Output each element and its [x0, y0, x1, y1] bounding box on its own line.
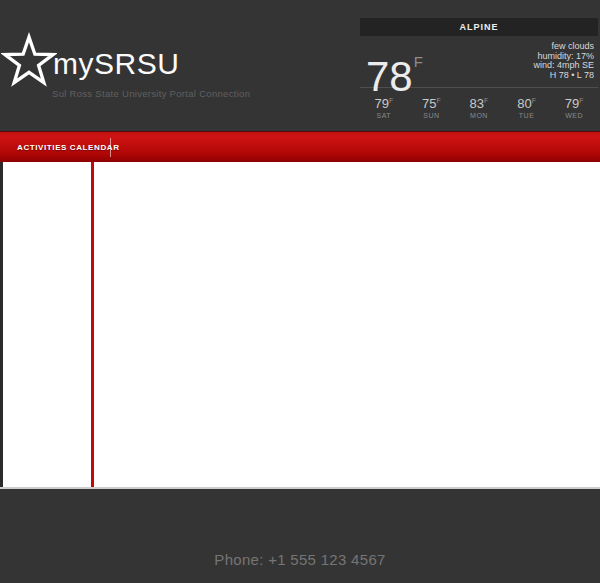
forecast-day-label: SUN — [408, 112, 456, 119]
current-temperature: 78F — [366, 41, 423, 83]
forecast-day: 75F SUN — [408, 94, 456, 119]
calendar-sidebar — [3, 162, 91, 487]
weather-current: 78F few clouds humidity: 17% wind: 4mph … — [360, 36, 598, 87]
site-footer: Phone: +1 555 123 4567 — [0, 489, 600, 581]
forecast-temp: 83F — [455, 94, 503, 110]
nav-item-activities-calendar[interactable]: ACTIVITIES CALENDAR — [0, 132, 110, 163]
forecast-temp: 79F — [360, 94, 408, 110]
nav-separator — [110, 138, 111, 157]
logo-home-link[interactable]: mySRSU Sul Ross State University Portal … — [1, 28, 331, 108]
weather-location-label: ALPINE — [360, 18, 598, 36]
forecast-day-label: TUE — [503, 112, 551, 119]
forecast-day: 79F WED — [550, 94, 598, 119]
main-nav-bar: ACTIVITIES CALENDAR — [0, 131, 600, 162]
portal-title: mySRSU — [53, 48, 179, 80]
weather-high-low: H 78 • L 78 — [533, 71, 594, 81]
forecast-day: 80F TUE — [503, 94, 551, 119]
forecast-temp: 80F — [503, 94, 551, 110]
portal-subtitle: Sul Ross State University Portal Connect… — [52, 88, 250, 99]
calendar-main-panel — [94, 162, 600, 487]
temp-unit: F — [414, 53, 423, 70]
weather-forecast: 79F SAT 75F SUN 83F MON 80F TUE 79F WED — [360, 88, 598, 123]
forecast-day-label: MON — [455, 112, 503, 119]
star-logo-icon — [1, 32, 57, 88]
weather-details: few clouds humidity: 17% wind: 4mph SE H… — [533, 41, 594, 83]
forecast-temp: 75F — [408, 94, 456, 110]
forecast-day-label: SAT — [360, 112, 408, 119]
site-header: mySRSU Sul Ross State University Portal … — [0, 0, 600, 131]
forecast-day-label: WED — [550, 112, 598, 119]
forecast-temp: 79F — [550, 94, 598, 110]
forecast-day: 79F SAT — [360, 94, 408, 119]
footer-phone: Phone: +1 555 123 4567 — [0, 489, 600, 568]
forecast-day: 83F MON — [455, 94, 503, 119]
weather-widget: ALPINE 78F few clouds humidity: 17% wind… — [360, 18, 598, 123]
content-area — [0, 162, 600, 489]
nav-item-label: ACTIVITIES CALENDAR — [17, 143, 120, 152]
